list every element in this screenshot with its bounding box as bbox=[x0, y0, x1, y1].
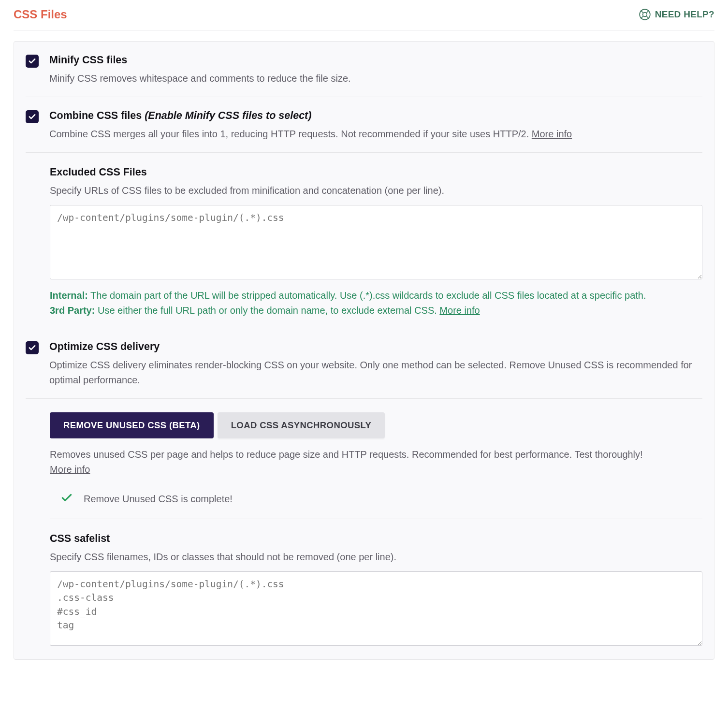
minify-css-title: Minify CSS files bbox=[49, 54, 702, 66]
svg-line-4 bbox=[646, 11, 649, 13]
combine-css-desc: Combine CSS merges all your files into 1… bbox=[49, 127, 702, 142]
optimize-css-title: Optimize CSS delivery bbox=[49, 341, 702, 353]
subsection-css-safelist: CSS safelist Specify CSS filenames, IDs … bbox=[50, 519, 702, 648]
svg-line-2 bbox=[641, 11, 643, 13]
section-header: CSS Files NEED HELP? bbox=[14, 8, 714, 30]
subsection-delivery-method: REMOVE UNUSED CSS (BETA) LOAD CSS ASYNCH… bbox=[26, 399, 702, 648]
check-icon bbox=[28, 57, 36, 65]
option-combine-css: Combine CSS files (Enable Minify CSS fil… bbox=[26, 97, 702, 153]
minify-css-desc: Minify CSS removes whitespace and commen… bbox=[49, 71, 702, 86]
status-text: Remove Unused CSS is complete! bbox=[84, 494, 233, 505]
svg-line-5 bbox=[641, 16, 643, 18]
combine-more-info-link[interactable]: More info bbox=[532, 129, 572, 139]
check-icon bbox=[60, 492, 73, 506]
remove-unused-css-status: Remove Unused CSS is complete! bbox=[50, 479, 702, 519]
delivery-tab-desc: Removes unused CSS per page and helps to… bbox=[50, 447, 702, 477]
excluded-more-info-link[interactable]: More info bbox=[439, 305, 480, 316]
combine-css-checkbox[interactable] bbox=[26, 110, 39, 123]
optimize-css-desc: Optimize CSS delivery eliminates render-… bbox=[49, 358, 702, 388]
need-help-label: NEED HELP? bbox=[655, 9, 714, 20]
subsection-excluded-css: Excluded CSS Files Specify URLs of CSS f… bbox=[26, 153, 702, 328]
css-safelist-title: CSS safelist bbox=[50, 533, 702, 545]
tab-load-css-async[interactable]: LOAD CSS ASYNCHRONOUSLY bbox=[218, 412, 385, 438]
check-icon bbox=[28, 113, 36, 121]
svg-line-3 bbox=[646, 16, 649, 18]
css-safelist-desc: Specify CSS filenames, IDs or classes th… bbox=[50, 550, 702, 565]
minify-css-checkbox[interactable] bbox=[26, 55, 39, 68]
css-safelist-textarea[interactable] bbox=[50, 571, 702, 646]
check-icon bbox=[28, 344, 36, 352]
need-help-link[interactable]: NEED HELP? bbox=[639, 8, 714, 21]
svg-point-1 bbox=[642, 13, 647, 17]
delivery-method-tabs: REMOVE UNUSED CSS (BETA) LOAD CSS ASYNCH… bbox=[50, 412, 702, 438]
lifebuoy-icon bbox=[639, 8, 651, 21]
tab-remove-unused-css[interactable]: REMOVE UNUSED CSS (BETA) bbox=[50, 412, 214, 438]
option-optimize-css-delivery: Optimize CSS delivery Optimize CSS deliv… bbox=[26, 328, 702, 399]
excluded-css-title: Excluded CSS Files bbox=[50, 166, 702, 178]
section-title: CSS Files bbox=[14, 8, 67, 21]
option-minify-css: Minify CSS files Minify CSS removes whit… bbox=[26, 42, 702, 97]
combine-css-title: Combine CSS files (Enable Minify CSS fil… bbox=[49, 110, 702, 122]
excluded-css-desc: Specify URLs of CSS files to be excluded… bbox=[50, 183, 702, 198]
delivery-more-info-link[interactable]: More info bbox=[50, 464, 90, 475]
optimize-css-checkbox[interactable] bbox=[26, 341, 39, 354]
excluded-css-hint: Internal: The domain part of the URL wil… bbox=[50, 288, 702, 318]
css-settings-panel: Minify CSS files Minify CSS removes whit… bbox=[14, 41, 714, 660]
excluded-css-textarea[interactable] bbox=[50, 205, 702, 279]
